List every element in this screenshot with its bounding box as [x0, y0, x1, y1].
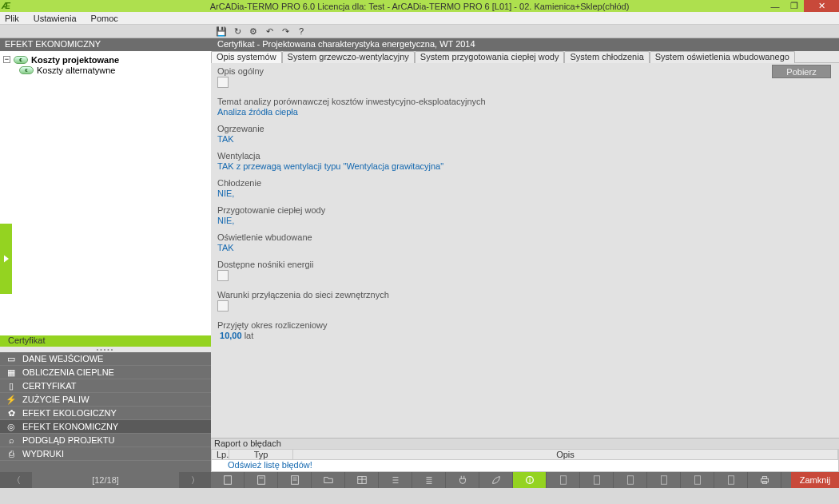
- value-ogrzewanie: TAK: [217, 134, 833, 144]
- refresh-errors-link[interactable]: Odśwież listę błędów!: [212, 460, 838, 470]
- pager: 〈 [12/18] 〉: [0, 472, 211, 488]
- tab-opis-systemow[interactable]: Opis systemów: [211, 51, 282, 63]
- label-warunki-przylaczenia: Warunki przyłączenia do sieci zewnętrzny…: [217, 290, 833, 300]
- edit-icon[interactable]: [217, 300, 229, 312]
- undo-icon[interactable]: ↶: [264, 26, 275, 37]
- left-panel-title: EFEKT EKONOMICZNY: [0, 38, 211, 51]
- bt-doc6-icon[interactable]: [714, 472, 748, 488]
- minimize-button[interactable]: ―: [765, 0, 785, 12]
- col-lp: Lp.: [212, 450, 229, 459]
- nav-podglad-projektu[interactable]: ⌕PODGLĄD PROJEKTU: [0, 434, 211, 447]
- plug-icon: ⚡: [6, 395, 16, 404]
- bottom-toolbar: i Zamknij: [211, 472, 839, 488]
- label-opis-ogolny: Opis ogólny: [217, 66, 833, 76]
- nav-obliczenia-cieplne[interactable]: ▦OBLICZENIA CIEPLNE: [0, 366, 211, 379]
- coin-icon: ◎: [6, 422, 16, 431]
- window-title: ArCADia-TERMO PRO 6.0 Licencja dla: Test…: [0, 2, 839, 11]
- menu-settings[interactable]: Ustawienia: [34, 14, 77, 23]
- svg-rect-23: [728, 476, 734, 485]
- node-icon: €: [14, 56, 28, 64]
- help-icon[interactable]: ?: [296, 26, 307, 36]
- nav-zuzycie-paliw[interactable]: ⚡ZUŻYCIE PALIW: [0, 393, 211, 407]
- page-icon: ▯: [6, 381, 16, 391]
- svg-rect-0: [224, 476, 231, 485]
- preview-icon: ⌕: [6, 435, 16, 445]
- tab-system-oswietlenia[interactable]: System oświetlenia wbudowanego: [650, 51, 795, 63]
- maximize-button[interactable]: ❐: [785, 0, 804, 12]
- bt-folder-icon[interactable]: [312, 472, 345, 488]
- nav-wydruki[interactable]: ⎙WYDRUKI: [0, 447, 211, 461]
- settings-icon[interactable]: ⚙: [248, 26, 259, 37]
- close-button[interactable]: ✕: [804, 0, 839, 12]
- label-chlodzenie: Chłodzenie: [217, 178, 833, 188]
- svg-rect-21: [661, 476, 666, 485]
- value-ciepla-woda: NIE,: [217, 216, 833, 225]
- error-panel-title: Raport o błędach: [211, 438, 839, 449]
- error-table-header: Lp. Typ Opis: [211, 449, 839, 460]
- nav-dane-wejsciowe[interactable]: ▭DANE WEJŚCIOWE: [0, 352, 211, 366]
- side-drawer-handle[interactable]: [0, 224, 12, 294]
- bt-page2-icon[interactable]: [245, 472, 278, 488]
- bt-print-icon[interactable]: [748, 472, 781, 488]
- toolbar: 💾 ↻ ⚙ ↶ ↷ ?: [0, 25, 839, 38]
- tab-system-cieplej-wody[interactable]: System przygotowania ciepłej wody: [415, 51, 565, 63]
- refresh-icon[interactable]: ↻: [232, 26, 243, 37]
- value-chlodzenie: NIE,: [217, 189, 833, 198]
- bt-doc2-icon[interactable]: [580, 472, 614, 488]
- svg-rect-18: [560, 476, 566, 485]
- col-opis: Opis: [293, 450, 838, 459]
- redo-icon[interactable]: ↷: [280, 26, 291, 37]
- bt-coin-icon[interactable]: i: [513, 472, 547, 488]
- node-icon: €: [19, 66, 34, 74]
- content-area: Pobierz Opis ogólny Temat analizy porówn…: [211, 63, 839, 438]
- bt-page3-icon[interactable]: [278, 472, 312, 488]
- pager-next[interactable]: 〉: [179, 472, 211, 488]
- menu-help[interactable]: Pomoc: [91, 14, 118, 23]
- right-panel-title: Certyfikat - Projektowana charakterystyk…: [211, 38, 839, 51]
- bt-list2-icon[interactable]: [412, 472, 446, 488]
- nav-efekt-ekologiczny[interactable]: ✿EFEKT EKOLOGICZNY: [0, 407, 211, 420]
- tree-item-koszty-projektowane[interactable]: − € Koszty projektowane: [0, 54, 211, 65]
- bt-doc4-icon[interactable]: [647, 472, 681, 488]
- leaf-icon: ✿: [6, 408, 16, 418]
- drag-handle[interactable]: •••••: [0, 347, 211, 352]
- menu-file[interactable]: Plik: [5, 14, 19, 23]
- expand-icon[interactable]: −: [3, 56, 10, 63]
- label-nosniki-energii: Dostępne nośniki energii: [217, 260, 833, 269]
- svg-text:i: i: [528, 475, 530, 484]
- edit-icon[interactable]: [217, 77, 229, 88]
- tree-view: − € Koszty projektowane € Koszty alterna…: [0, 51, 211, 335]
- pager-label: [12/18]: [32, 475, 179, 485]
- zamknij-button[interactable]: Zamknij: [791, 472, 839, 488]
- save-icon[interactable]: 💾: [216, 26, 227, 37]
- tab-system-chlodzenia[interactable]: System chłodzenia: [564, 51, 649, 63]
- bt-doc5-icon[interactable]: [681, 472, 714, 488]
- edit-icon[interactable]: [217, 270, 229, 281]
- menu-bar: Plik Ustawienia Pomoc: [0, 12, 839, 25]
- bt-table-icon[interactable]: [345, 472, 379, 488]
- pager-prev[interactable]: 〈: [0, 472, 32, 488]
- bt-doc1-icon[interactable]: [547, 472, 580, 488]
- svg-rect-1: [257, 476, 264, 485]
- bt-list1-icon[interactable]: [379, 472, 412, 488]
- bt-page1-icon[interactable]: [211, 472, 245, 488]
- tree-item-koszty-alternatywne[interactable]: € Koszty alternatywne: [0, 65, 211, 75]
- nav-efekt-ekonomiczny[interactable]: ◎EFEKT EKONOMICZNY: [0, 420, 211, 434]
- bt-leaf-icon[interactable]: [479, 472, 513, 488]
- label-ciepla-woda: Przygotowanie ciepłej wody: [217, 205, 833, 215]
- pobierz-button[interactable]: Pobierz: [772, 65, 831, 78]
- svg-rect-25: [762, 477, 766, 479]
- label-oswietlenie: Oświetlenie wbudowane: [217, 232, 833, 242]
- label-okres-rozliczeniowy: Przyjęty okres rozliczeniowy: [217, 320, 833, 330]
- svg-rect-19: [594, 476, 599, 485]
- label-wentylacja: Wentylacja: [217, 151, 833, 161]
- tree-item-label: Koszty projektowane: [31, 55, 119, 65]
- bt-doc3-icon[interactable]: [614, 472, 647, 488]
- bt-plug-icon[interactable]: [446, 472, 479, 488]
- certyfikat-bar[interactable]: Certyfikat: [0, 335, 211, 347]
- nav-certyfikat[interactable]: ▯CERTYFIKAT: [0, 379, 211, 393]
- tab-system-grzewczo[interactable]: System grzewczo-wentylacyjny: [282, 51, 415, 63]
- table-icon: ▦: [6, 367, 16, 377]
- tab-bar: Opis systemów System grzewczo-wentylacyj…: [211, 51, 839, 63]
- value-oswietlenie: TAK: [217, 243, 833, 252]
